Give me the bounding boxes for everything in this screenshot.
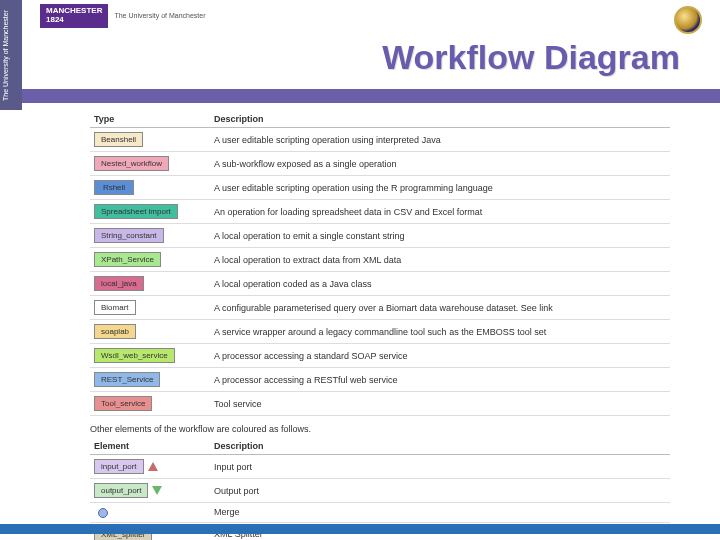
- table-row: Wsdl_web_serviceA processor accessing a …: [90, 344, 670, 368]
- col-element: Element: [90, 438, 210, 455]
- university-sidebar: The University of Manchester: [0, 0, 22, 110]
- element-description: Input port: [210, 455, 670, 479]
- type-description: A sub-workflow exposed as a single opera…: [210, 152, 670, 176]
- element-tag: output_port: [94, 483, 148, 498]
- type-tag: Wsdl_web_service: [94, 348, 175, 363]
- type-description: A processor accessing a standard SOAP se…: [210, 344, 670, 368]
- table-row: REST_ServiceA processor accessing a REST…: [90, 368, 670, 392]
- col-description: Description: [210, 111, 670, 128]
- type-description: A processor accessing a RESTful web serv…: [210, 368, 670, 392]
- table-row: Merge: [90, 503, 670, 523]
- table-row: input_portInput port: [90, 455, 670, 479]
- logo-subtext: The University of Manchester: [114, 12, 205, 19]
- logo-badge: MANCHESTER 1824: [40, 4, 108, 28]
- table-row: local_javaA local operation coded as a J…: [90, 272, 670, 296]
- type-tag: Spreadsheet import: [94, 204, 178, 219]
- header: MANCHESTER 1824 The University of Manche…: [0, 0, 720, 32]
- type-tag: local_java: [94, 276, 144, 291]
- type-description: A local operation to emit a single const…: [210, 224, 670, 248]
- output-port-icon: [152, 486, 162, 495]
- element-description: Output port: [210, 479, 670, 503]
- logo-line2: 1824: [46, 16, 102, 25]
- table-row: Tool_serviceTool service: [90, 392, 670, 416]
- types-table: Type Description BeanshellA user editabl…: [90, 111, 670, 416]
- type-description: A configurable parameterised query over …: [210, 296, 670, 320]
- col-type: Type: [90, 111, 210, 128]
- type-tag: XPath_Service: [94, 252, 161, 267]
- round-logo-icon: [674, 6, 702, 34]
- table-row: output_portOutput port: [90, 479, 670, 503]
- type-description: Tool service: [210, 392, 670, 416]
- table-row: BiomartA configurable parameterised quer…: [90, 296, 670, 320]
- elements-note: Other elements of the workflow are colou…: [90, 424, 670, 434]
- type-tag: REST_Service: [94, 372, 160, 387]
- type-description: An operation for loading spreadsheet dat…: [210, 200, 670, 224]
- table-row: RshellA user editable scripting operatio…: [90, 176, 670, 200]
- type-description: A local operation to extract data from X…: [210, 248, 670, 272]
- type-tag: Rshell: [94, 180, 134, 195]
- element-tag: input_port: [94, 459, 144, 474]
- type-description: A user editable scripting operation usin…: [210, 176, 670, 200]
- table-row: XPath_ServiceA local operation to extrac…: [90, 248, 670, 272]
- content-area: Type Description BeanshellA user editabl…: [90, 111, 670, 540]
- type-tag: Tool_service: [94, 396, 152, 411]
- merge-icon: [98, 508, 108, 518]
- type-tag: Beanshell: [94, 132, 143, 147]
- type-description: A local operation coded as a Java class: [210, 272, 670, 296]
- element-description: Merge: [210, 503, 670, 523]
- purple-divider: [22, 89, 720, 103]
- input-port-icon: [148, 462, 158, 471]
- type-description: A service wrapper around a legacy comman…: [210, 320, 670, 344]
- col-element-description: Description: [210, 438, 670, 455]
- table-row: Spreadsheet importAn operation for loadi…: [90, 200, 670, 224]
- footer-bar: [0, 524, 720, 534]
- page-title: Workflow Diagram: [0, 38, 720, 77]
- manchester-logo: MANCHESTER 1824 The University of Manche…: [40, 4, 206, 28]
- table-row: Nested_workflowA sub-workflow exposed as…: [90, 152, 670, 176]
- table-row: soaplabA service wrapper around a legacy…: [90, 320, 670, 344]
- table-row: String_constantA local operation to emit…: [90, 224, 670, 248]
- type-tag: Nested_workflow: [94, 156, 169, 171]
- type-description: A user editable scripting operation usin…: [210, 128, 670, 152]
- type-tag: String_constant: [94, 228, 164, 243]
- type-tag: soaplab: [94, 324, 136, 339]
- type-tag: Biomart: [94, 300, 136, 315]
- table-row: BeanshellA user editable scripting opera…: [90, 128, 670, 152]
